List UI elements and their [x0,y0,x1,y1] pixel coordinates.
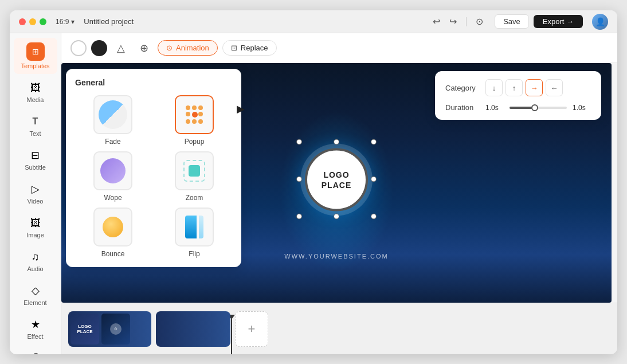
direction-right-btn[interactable]: → [526,79,543,96]
handle-top-mid[interactable] [334,139,339,145]
save-button[interactable]: Save [495,14,529,29]
close-button[interactable] [19,18,26,25]
animation-tab[interactable]: ⊙ Animation [158,40,218,56]
export-button[interactable]: Export → [534,15,583,28]
content-area: △ ⊕ ⊙ Animation ⊡ Replace General [61,33,617,354]
animation-item-popup[interactable]: Popup ▶ [156,95,232,146]
tools-icon: 🧰 [29,351,42,354]
clip-logo-1: LOGOPLACE [77,324,92,334]
resize-handles [299,142,374,217]
clip-thumb-2: ⊙ [101,314,130,345]
templates-icon: ⊞ [26,42,45,61]
color-picker-black[interactable] [91,40,107,56]
handle-mid-right[interactable] [371,177,377,182]
sidebar-label-text: Text [29,130,41,137]
sidebar-item-video[interactable]: ▷ Video [14,178,57,209]
fade-label: Fade [105,138,120,146]
cursor-arrow-icon: ▶ [237,103,245,115]
sidebar-item-image[interactable]: 🖼 Image [14,212,57,243]
animation-item-flip[interactable]: Flip [156,208,232,258]
timeline-needle[interactable] [231,319,232,355]
replace-icon: ⊡ [231,44,237,52]
handle-top-right[interactable] [371,139,377,145]
sidebar-label-element: Element [23,299,46,306]
timeline-area: LOGOPLACE ⊙ + [61,303,617,354]
audio-icon: ♫ [29,250,42,264]
direction-down-btn[interactable]: ↓ [485,79,503,96]
handle-top-left[interactable] [296,139,302,145]
animation-icon: ⊙ [166,44,173,52]
maximize-button[interactable] [40,18,46,25]
category-row: Category ↓ ↑ → ← [445,79,591,96]
duration-row: Duration 1.0s 1.0s [445,103,591,112]
redo-button[interactable]: ↪ [447,15,459,28]
handle-bot-left[interactable] [296,214,302,220]
animation-item-bounce[interactable]: Bounce [75,208,151,258]
avatar: 👤 [592,14,608,30]
category-panel: Category ↓ ↑ → ← Duration 1.0s [435,71,601,120]
direction-buttons: ↓ ↑ → ← [485,79,563,96]
flip-visual [185,216,203,238]
minimize-button[interactable] [29,18,36,25]
animation-item-wope[interactable]: Wope [75,151,151,202]
direction-left-btn[interactable]: ← [546,79,563,96]
sidebar-item-audio[interactable]: ♫ Audio [14,245,57,277]
sidebar-label-audio: Audio [27,265,43,272]
mask-tool-button[interactable]: ⊕ [135,40,153,56]
sidebar-label-subtitle: Subtitle [25,164,46,171]
fade-visual [99,100,127,129]
project-title[interactable]: Untitled project [84,17,430,26]
sidebar-item-text[interactable]: T Text [14,110,57,142]
animation-grid: Fade [75,95,232,258]
duration-label: Duration [445,103,480,112]
settings-button[interactable]: ⊙ [473,15,485,28]
sidebar-label-image: Image [26,232,44,238]
canvas-wrapper: General Fade [61,63,617,354]
undo-button[interactable]: ↩ [430,15,442,28]
add-clip-button[interactable]: + [235,311,268,347]
app-window: 16:9 ▾ Untitled project ↩ ↪ ⊙ Save Expor… [10,10,617,354]
popup-thumb [175,95,214,134]
image-icon: 🖼 [29,216,42,230]
slider-fill [510,107,532,109]
timeline-clip-2[interactable] [156,311,230,347]
element-icon: ◇ [29,284,42,298]
replace-tab[interactable]: ⊡ Replace [222,40,277,56]
category-label: Category [445,84,480,92]
duration-start-value: 1.0s [485,104,504,112]
clip-thumb-1: LOGOPLACE [70,314,99,345]
toolbar: △ ⊕ ⊙ Animation ⊡ Replace [61,33,617,63]
zoom-thumb [175,151,214,190]
title-bar: 16:9 ▾ Untitled project ↩ ↪ ⊙ Save Expor… [10,10,617,33]
sidebar-item-subtitle[interactable]: ⊟ Subtitle [14,144,57,175]
main-layout: ⊞ Templates 🖼 Media T Text ⊟ Subtitle ▷ … [10,33,617,354]
color-picker-empty[interactable] [70,40,87,56]
timeline-clip-1[interactable]: LOGOPLACE ⊙ [68,311,151,347]
fade-thumb [93,95,132,134]
sidebar-item-element[interactable]: ◇ Element [14,279,57,311]
animation-item-fade[interactable]: Fade [75,95,151,146]
sidebar-label-media: Media [27,96,44,103]
website-text: WWW.YOURWEBSITE.COM [284,253,388,260]
animation-item-zoom[interactable]: Zoom [156,151,232,202]
sidebar-label-effect: Effect [28,333,44,340]
wope-label: Wope [104,194,122,202]
popup-visual [186,105,203,124]
handle-mid-left[interactable] [296,177,302,182]
direction-up-btn[interactable]: ↑ [505,79,523,96]
sidebar-item-tools[interactable]: 🧰 Tools [14,347,57,354]
handle-bot-mid[interactable] [334,214,339,220]
sidebar-item-templates[interactable]: ⊞ Templates [14,38,57,74]
zoom-visual [189,165,200,177]
wope-thumb [93,151,132,190]
animation-tab-label: Animation [176,44,209,52]
shape-tool-button[interactable]: △ [112,40,130,56]
aspect-ratio-selector[interactable]: 16:9 ▾ [56,18,75,26]
export-area: Save Export → 👤 [495,14,608,30]
slider-thumb[interactable] [531,104,538,111]
duration-slider[interactable] [510,107,567,109]
sidebar-item-media[interactable]: 🖼 Media [14,76,57,108]
sidebar-item-effect[interactable]: ★ Effect [14,313,57,345]
timeline-clips: LOGOPLACE ⊙ [68,311,151,347]
handle-bot-right[interactable] [371,214,377,220]
